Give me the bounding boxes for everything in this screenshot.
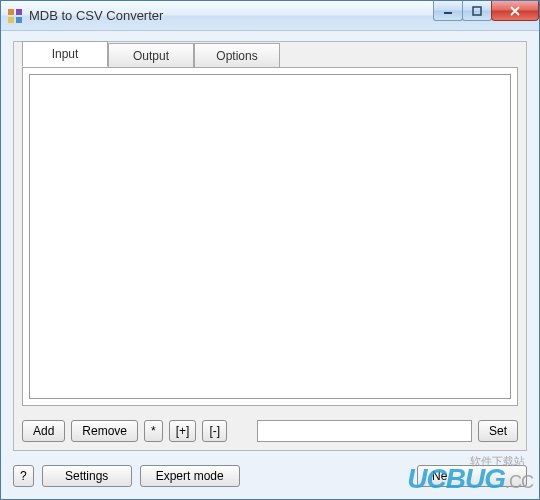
tab-label: Input xyxy=(52,47,79,61)
expand-button[interactable]: [+] xyxy=(169,420,197,442)
svg-rect-3 xyxy=(16,17,22,23)
titlebar[interactable]: MDB to CSV Converter xyxy=(1,1,539,31)
close-button[interactable] xyxy=(491,1,539,21)
svg-rect-2 xyxy=(8,17,14,23)
app-icon xyxy=(7,8,23,24)
tab-output[interactable]: Output xyxy=(108,43,194,67)
tab-strip: Input Output Options xyxy=(14,41,526,67)
svg-rect-5 xyxy=(473,7,481,15)
tab-label: Options xyxy=(216,49,257,63)
maximize-button[interactable] xyxy=(462,1,492,21)
tab-input[interactable]: Input xyxy=(22,41,108,67)
settings-button[interactable]: Settings xyxy=(42,465,132,487)
remove-button[interactable]: Remove xyxy=(71,420,138,442)
window-title: MDB to CSV Converter xyxy=(29,8,163,23)
help-button[interactable]: ? xyxy=(13,465,34,487)
client-area: Input Output Options Add Remove * [+] [-… xyxy=(1,31,539,499)
app-window: MDB to CSV Converter Input Output xyxy=(0,0,540,500)
svg-rect-0 xyxy=(8,9,14,15)
bottom-bar: ? Settings Expert mode Ne xyxy=(13,465,527,487)
next-button[interactable]: Ne xyxy=(417,465,527,487)
main-panel: Input Output Options Add Remove * [+] [-… xyxy=(13,41,527,451)
svg-rect-4 xyxy=(444,12,452,14)
collapse-button[interactable]: [-] xyxy=(202,420,227,442)
wildcard-button[interactable]: * xyxy=(144,420,163,442)
file-list[interactable] xyxy=(29,74,511,399)
tab-content xyxy=(22,67,518,406)
path-input[interactable] xyxy=(257,420,472,442)
window-controls xyxy=(434,1,539,21)
svg-rect-1 xyxy=(16,9,22,15)
minimize-button[interactable] xyxy=(433,1,463,21)
tab-label: Output xyxy=(133,49,169,63)
panel-button-row: Add Remove * [+] [-] Set xyxy=(22,420,518,442)
add-button[interactable]: Add xyxy=(22,420,65,442)
expert-mode-button[interactable]: Expert mode xyxy=(140,465,240,487)
set-button[interactable]: Set xyxy=(478,420,518,442)
tab-options[interactable]: Options xyxy=(194,43,280,67)
